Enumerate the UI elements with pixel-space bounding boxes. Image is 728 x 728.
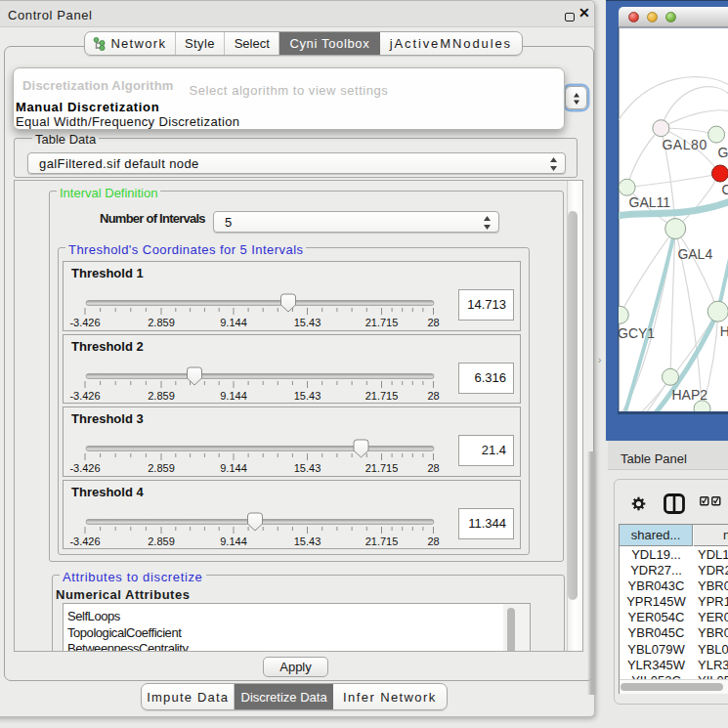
svg-text:2.859: 2.859 (148, 535, 175, 547)
svg-text:9.144: 9.144 (220, 462, 247, 474)
svg-text:C: C (722, 182, 728, 197)
svg-text:GAL80: GAL80 (662, 137, 707, 152)
svg-text:-3.426: -3.426 (69, 390, 100, 402)
svg-text:GA: GA (717, 145, 728, 160)
svg-text:-3.426: -3.426 (69, 317, 100, 328)
svg-text:9.144: 9.144 (220, 390, 247, 402)
svg-text:21.715: 21.715 (365, 390, 399, 402)
svg-text:28: 28 (427, 390, 439, 402)
svg-text:28: 28 (427, 462, 439, 474)
svg-text:21.715: 21.715 (365, 317, 399, 328)
svg-text:15.43: 15.43 (294, 390, 321, 402)
svg-text:21.715: 21.715 (365, 462, 399, 474)
svg-text:2.859: 2.859 (148, 317, 175, 328)
svg-text:9.144: 9.144 (220, 535, 247, 547)
svg-text:2.859: 2.859 (148, 390, 175, 402)
svg-text:HAP2: HAP2 (672, 387, 708, 403)
svg-text:-3.426: -3.426 (69, 535, 100, 547)
svg-text:GAL11: GAL11 (629, 194, 671, 210)
svg-text:15.43: 15.43 (294, 535, 321, 547)
svg-text:15.43: 15.43 (294, 317, 321, 328)
svg-text:28: 28 (427, 317, 439, 328)
svg-text:21.715: 21.715 (365, 535, 399, 547)
svg-text:28: 28 (427, 535, 439, 547)
svg-text:H: H (720, 323, 728, 339)
svg-text:15.43: 15.43 (294, 462, 321, 474)
svg-text:2.859: 2.859 (148, 462, 175, 474)
svg-text:GAL4: GAL4 (677, 246, 712, 262)
svg-text:GCY1: GCY1 (619, 325, 655, 341)
svg-text:-3.426: -3.426 (69, 462, 100, 474)
svg-text:9.144: 9.144 (220, 317, 247, 328)
